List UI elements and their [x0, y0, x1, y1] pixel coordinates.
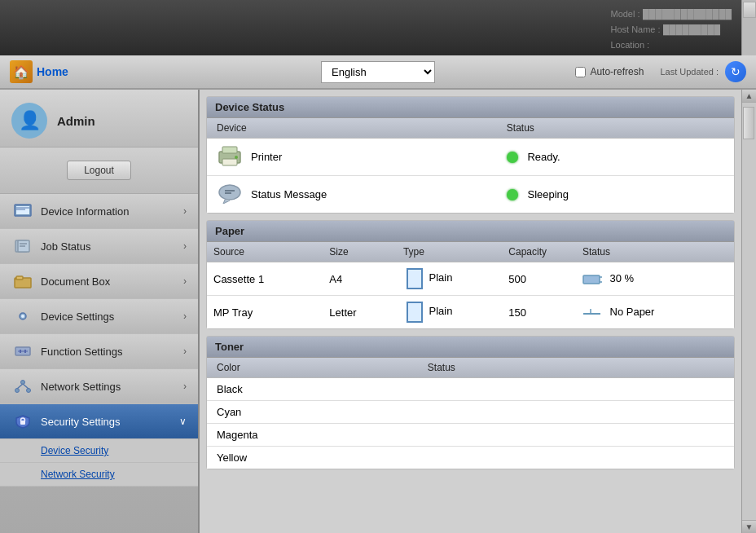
- device-information-chevron: ›: [183, 205, 187, 217]
- document-box-chevron: ›: [183, 275, 187, 287]
- network-settings-label: Network Settings: [41, 381, 121, 393]
- document-box-label: Document Box: [41, 275, 110, 288]
- table-row: MP Tray Letter Plain 150 No Paper: [207, 296, 734, 329]
- sidebar-item-job-status[interactable]: Job Status ›: [0, 229, 198, 264]
- table-row: Cyan: [207, 401, 734, 424]
- job-status-icon: [11, 237, 34, 255]
- printer-name: Printer: [251, 151, 282, 163]
- mptray-capacity: 150: [502, 296, 576, 329]
- magenta-status: [418, 424, 734, 447]
- home-link[interactable]: 🏠 Home: [10, 60, 68, 83]
- printer-status-text: Ready.: [527, 151, 560, 163]
- refresh-button[interactable]: ↻: [725, 61, 746, 82]
- model-value: ██████████████: [643, 9, 732, 19]
- cassette1-status-icon: [582, 272, 610, 284]
- sidebar-item-document-box[interactable]: Document Box ›: [0, 264, 198, 299]
- scrollbar-thumb: [743, 107, 754, 139]
- top-bar: Model : ██████████████ Host Name : █████…: [0, 0, 756, 55]
- sidebar-item-security-settings[interactable]: Security Settings ∨: [0, 404, 198, 439]
- scrollbar-track: [742, 103, 756, 520]
- function-settings-icon: [11, 342, 34, 360]
- col-size: Size: [323, 242, 397, 262]
- svg-line-20: [23, 384, 29, 389]
- sidebar-item-device-information[interactable]: Device Information ›: [0, 194, 198, 229]
- security-settings-icon: [11, 412, 34, 430]
- table-row: Printer Ready.: [207, 139, 734, 176]
- page-scrollbar-top: [741, 0, 756, 55]
- security-settings-label: Security Settings: [41, 416, 121, 428]
- svg-point-26: [235, 156, 238, 159]
- col-status: Status: [497, 118, 734, 139]
- cyan-toner: Cyan: [207, 401, 418, 424]
- auto-refresh-label[interactable]: Auto-refresh: [590, 66, 644, 77]
- page-scrollbar[interactable]: ▲ ▼: [741, 90, 756, 533]
- auto-refresh-checkbox[interactable]: [575, 67, 586, 77]
- sub-item-network-security[interactable]: Network Security: [0, 463, 198, 487]
- home-icon: 🏠: [10, 60, 33, 83]
- status-message-dot: [507, 189, 518, 200]
- status-message-name: Status Message: [251, 188, 327, 200]
- job-status-chevron: ›: [183, 240, 187, 252]
- device-settings-icon: [11, 307, 34, 325]
- cassette1-source: Cassette 1: [207, 262, 323, 296]
- mptray-size: Letter: [323, 296, 397, 329]
- col-status: Status: [576, 242, 734, 262]
- cassette1-size: A4: [323, 262, 397, 296]
- avatar: 👤: [11, 103, 47, 139]
- svg-point-18: [27, 389, 31, 393]
- col-capacity: Capacity: [502, 242, 576, 262]
- col-type: Type: [397, 242, 502, 262]
- document-box-icon: [11, 272, 34, 290]
- yellow-toner: Yellow: [207, 447, 418, 469]
- device-info-top: Model : ██████████████ Host Name : █████…: [610, 7, 732, 54]
- hostname-value: █████████: [663, 24, 720, 34]
- mptray-status-cell: No Paper: [576, 296, 734, 329]
- svg-point-27: [219, 185, 240, 200]
- sidebar-item-device-settings[interactable]: Device Settings ›: [0, 299, 198, 334]
- paper-section: Paper Source Size Type Capacity Status C…: [206, 220, 735, 329]
- col-toner-status: Status: [418, 358, 734, 378]
- security-sub-menu: Device Security Network Security: [0, 439, 198, 487]
- cassette1-type-cell: Plain: [397, 262, 502, 296]
- svg-point-17: [15, 389, 20, 393]
- black-status: [418, 378, 734, 401]
- content-area: Device Status Device Status: [200, 90, 741, 533]
- cassette1-status: 30 %: [610, 272, 635, 284]
- function-settings-chevron: ›: [183, 346, 187, 357]
- printer-icon: [217, 145, 243, 169]
- language-selector[interactable]: English Japanese French German Spanish: [321, 61, 435, 83]
- toner-header: Toner: [207, 337, 734, 358]
- svg-rect-24: [222, 147, 237, 153]
- model-label: Model :: [610, 9, 640, 19]
- svg-rect-25: [222, 159, 237, 165]
- cassette1-status-cell: 30 %: [576, 262, 734, 296]
- admin-name: Admin: [57, 114, 95, 128]
- auto-refresh-container: Auto-refresh: [575, 66, 644, 77]
- table-row: Magenta: [207, 424, 734, 447]
- device-settings-label: Device Settings: [41, 311, 114, 323]
- sub-item-device-security[interactable]: Device Security: [0, 439, 198, 463]
- last-updated-container: Last Updated : ↻: [660, 61, 746, 82]
- job-status-label: Job Status: [41, 240, 90, 253]
- yellow-status: [418, 447, 734, 469]
- printer-status-dot: [507, 152, 518, 163]
- scroll-down-arrow[interactable]: ▼: [742, 520, 756, 533]
- language-select[interactable]: English Japanese French German Spanish: [321, 61, 435, 83]
- table-row: Yellow: [207, 447, 734, 469]
- security-settings-chevron: ∨: [179, 416, 187, 427]
- sidebar-item-function-settings[interactable]: Function Settings ›: [0, 334, 198, 369]
- table-row: Status Message Sleeping: [207, 176, 734, 214]
- svg-rect-9: [16, 276, 23, 280]
- cassette1-capacity: 500: [502, 262, 576, 296]
- table-row: Cassette 1 A4 Plain 500 30 %: [207, 262, 734, 296]
- device-information-label: Device Information: [41, 205, 129, 218]
- toner-section: Toner Color Status Black Cyan: [206, 336, 735, 469]
- status-message-icon: [217, 183, 243, 206]
- status-message-status-cell: Sleeping: [497, 176, 734, 214]
- sidebar-item-network-settings[interactable]: Network Settings ›: [0, 369, 198, 404]
- scroll-up-arrow[interactable]: ▲: [742, 90, 756, 103]
- logout-button[interactable]: Logout: [67, 161, 131, 180]
- status-message-device-cell: Status Message: [207, 176, 497, 214]
- network-settings-icon: [11, 377, 34, 395]
- status-message-text: Sleeping: [527, 188, 569, 200]
